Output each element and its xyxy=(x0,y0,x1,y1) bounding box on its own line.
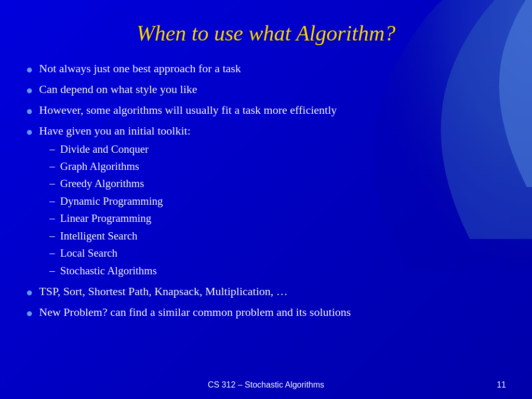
bullet-item-1: ● Not always just one best approach for … xyxy=(26,60,506,78)
bullet-text-3: However, some algorithms will usually fi… xyxy=(39,102,506,118)
sub-item-7: – Local Search xyxy=(49,245,506,261)
sub-dash-8: – xyxy=(49,263,55,278)
sub-dash-3: – xyxy=(49,176,55,191)
footer-page-number: 11 xyxy=(497,380,506,390)
bullet-item-6: ● New Problem? can find a similar common… xyxy=(26,304,506,322)
slide-footer: CS 312 – Stochastic Algorithms 11 xyxy=(0,380,532,390)
sub-item-8: – Stochastic Algorithms xyxy=(49,263,506,278)
sub-item-1: – Divide and Conquer xyxy=(49,141,506,157)
bullet-item-5: ● TSP, Sort, Shortest Path, Knapsack, Mu… xyxy=(26,283,506,301)
bullet-item-2: ● Can depend on what style you like xyxy=(26,81,506,99)
sub-item-2: – Graph Algorithms xyxy=(49,158,506,174)
sub-dash-6: – xyxy=(49,228,55,244)
sub-item-4: – Dynamic Programming xyxy=(49,193,506,209)
bullet-text-5: TSP, Sort, Shortest Path, Knapsack, Mult… xyxy=(39,283,506,300)
bullet-text-2: Can depend on what style you like xyxy=(39,81,506,98)
sub-item-6: – Intelligent Search xyxy=(49,228,506,244)
sub-dash-2: – xyxy=(49,158,55,174)
slide-title: When to use what Algorithm? xyxy=(26,21,506,46)
sub-dash-4: – xyxy=(49,193,55,209)
bullet-text-4: Have given you an initial toolkit: – Div… xyxy=(39,123,506,280)
sub-item-5: – Linear Programming xyxy=(49,210,506,226)
sub-dash-5: – xyxy=(49,210,55,226)
slide: When to use what Algorithm? ● Not always… xyxy=(0,0,532,399)
bullet-text-1: Not always just one best approach for a … xyxy=(39,60,506,77)
bullet-item-3: ● However, some algorithms will usually … xyxy=(26,102,506,119)
bullet-dot-3: ● xyxy=(26,103,33,119)
bullet-dot-4: ● xyxy=(26,124,33,140)
sub-dash-1: – xyxy=(49,141,55,157)
bullet-dot-1: ● xyxy=(26,61,33,78)
bullet-dot-2: ● xyxy=(26,82,33,99)
sub-dash-7: – xyxy=(49,245,55,261)
sub-list: – Divide and Conquer – Graph Algorithms … xyxy=(49,141,506,279)
bullet-dot-5: ● xyxy=(26,284,33,301)
bullet-text-6: New Problem? can find a similar common p… xyxy=(39,304,506,321)
bullet-item-4: ● Have given you an initial toolkit: – D… xyxy=(26,123,506,280)
bullet-dot-6: ● xyxy=(26,305,33,322)
footer-center: CS 312 – Stochastic Algorithms xyxy=(208,380,324,390)
sub-item-3: – Greedy Algorithms xyxy=(49,176,506,191)
slide-content: ● Not always just one best approach for … xyxy=(26,60,506,322)
